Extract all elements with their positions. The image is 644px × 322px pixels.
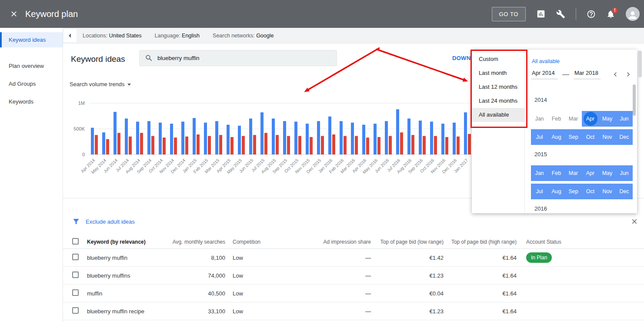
cell-avg-monthly-searches: 40,500 bbox=[161, 290, 225, 297]
notifications-bell-icon[interactable]: ! bbox=[606, 10, 615, 19]
preset-all-available[interactable]: All available bbox=[472, 108, 524, 122]
table-row-muffin: muffin40,500Low—€0.04€1.64 bbox=[63, 285, 644, 302]
calendar-month-2015-feb[interactable]: Feb bbox=[548, 165, 565, 181]
calendar-month-label: Apr bbox=[586, 170, 594, 176]
setting-locations[interactable]: Locations: United States bbox=[83, 33, 142, 39]
setting-language[interactable]: Language: English bbox=[155, 33, 200, 39]
in-plan-badge: In Plan bbox=[526, 252, 552, 263]
start-date-field[interactable]: Apr 2014 bbox=[531, 70, 558, 79]
header-keyword-by-relevance: Keyword (by relevance) bbox=[87, 239, 161, 245]
exclude-adult-ideas-link[interactable]: Exclude adult ideas bbox=[86, 218, 135, 225]
reports-icon[interactable] bbox=[536, 9, 546, 19]
header-checkbox[interactable] bbox=[72, 238, 79, 245]
calendar-month-label: May bbox=[602, 116, 613, 122]
calendar-month-2014-jul[interactable]: Jul bbox=[531, 129, 548, 145]
calendar-month-2014-dec[interactable]: Dec bbox=[616, 129, 633, 145]
calendar-month-2014-oct[interactable]: Oct bbox=[582, 129, 599, 145]
preset-last-12-months[interactable]: Last 12 months bbox=[472, 80, 524, 94]
selected-preset-label[interactable]: All available bbox=[532, 58, 633, 64]
cell-ad-impression-share: — bbox=[299, 290, 371, 297]
calendar-month-label: Sep bbox=[568, 188, 578, 195]
calendar-month-2015-oct[interactable]: Oct bbox=[582, 184, 599, 199]
collapse-back-icon[interactable] bbox=[63, 29, 77, 42]
row-checkbox[interactable] bbox=[72, 307, 79, 314]
cell-keyword: blueberry muffin bbox=[87, 255, 161, 261]
setting-value: United States bbox=[109, 33, 141, 39]
setting-label: Search networks: bbox=[213, 33, 256, 39]
cell-competition: Low bbox=[225, 272, 299, 279]
calendar-month-label: Jan bbox=[535, 116, 544, 122]
calendar-month-2014-jun[interactable]: Jun bbox=[616, 111, 633, 127]
calendar-month-2015-nov[interactable]: Nov bbox=[599, 184, 616, 199]
calendar-month-2015-dec[interactable]: Dec bbox=[616, 184, 633, 199]
calendar-month-2014-apr[interactable]: Apr bbox=[582, 111, 599, 127]
calendar-month-2014-feb[interactable]: Feb bbox=[548, 111, 565, 127]
row-checkbox-cell bbox=[72, 307, 87, 315]
end-date-field[interactable]: Mar 2018 bbox=[574, 70, 601, 79]
topbar-actions: GO TO ! bbox=[492, 7, 640, 21]
search-input[interactable] bbox=[157, 55, 331, 61]
page-title: Keyword ideas bbox=[71, 54, 125, 64]
calendar-month-2015-jun[interactable]: Jun bbox=[616, 165, 633, 181]
calendar-scrollbar[interactable] bbox=[633, 84, 636, 116]
calendar-month-label: Dec bbox=[619, 188, 629, 195]
date-range-popup: CustomLast monthLast 12 monthsLast 24 mo… bbox=[472, 50, 637, 213]
calendar-month-2015-sep[interactable]: Sep bbox=[565, 184, 582, 199]
row-checkbox[interactable] bbox=[72, 272, 79, 278]
preset-last-24-months[interactable]: Last 24 months bbox=[472, 94, 524, 108]
sidebar-item-plan-overview[interactable]: Plan overview bbox=[0, 57, 63, 75]
preset-last-month[interactable]: Last month bbox=[472, 66, 524, 80]
calendar-month-2015-aug[interactable]: Aug bbox=[548, 184, 565, 199]
tools-wrench-icon[interactable] bbox=[556, 10, 565, 19]
sidebar-item-keyword-ideas[interactable]: Keyword ideas bbox=[0, 32, 63, 47]
cell-bid-high: €1.64 bbox=[444, 290, 517, 297]
close-icon[interactable] bbox=[10, 10, 18, 18]
calendar-month-row: JulAugSepOctNovDec bbox=[531, 129, 633, 145]
avatar[interactable] bbox=[626, 7, 640, 21]
calendar-month-2014-aug[interactable]: Aug bbox=[548, 129, 565, 145]
sidebar-item-keywords[interactable]: Keywords bbox=[0, 93, 63, 111]
sidebar-item-ad-groups[interactable]: Ad Groups bbox=[0, 75, 63, 93]
row-checkbox[interactable] bbox=[72, 289, 79, 296]
cell-competition: Low bbox=[225, 290, 299, 297]
cell-keyword: blueberry muffin recipe bbox=[87, 308, 161, 315]
calendar-month-label: Jul bbox=[536, 188, 543, 195]
chevron-right-icon[interactable] bbox=[624, 70, 633, 79]
cell-bid-low: €1.23 bbox=[371, 272, 444, 279]
cell-avg-monthly-searches: 8,100 bbox=[161, 255, 225, 261]
page-scrollbar[interactable] bbox=[638, 50, 642, 77]
header-competition: Competition bbox=[225, 239, 299, 245]
setting-search-networks[interactable]: Search networks: Google bbox=[213, 33, 274, 39]
settings-list: Locations: United StatesLanguage: Englis… bbox=[83, 33, 274, 39]
calendar-month-2015-mar[interactable]: Mar bbox=[565, 165, 582, 181]
search-icon bbox=[145, 54, 153, 62]
calendar-month-label: Jun bbox=[620, 170, 628, 176]
settings-subheader: Locations: United StatesLanguage: Englis… bbox=[63, 28, 644, 44]
calendar-month-2015-may[interactable]: May bbox=[599, 165, 616, 181]
row-checkbox[interactable] bbox=[72, 254, 79, 260]
calendar-month-label: Dec bbox=[619, 134, 629, 140]
calendar-month-2014-may[interactable]: May bbox=[599, 111, 616, 127]
calendar-month-2015-jul[interactable]: Jul bbox=[531, 184, 548, 199]
calendar-month-2014-sep[interactable]: Sep bbox=[565, 129, 582, 145]
cell-avg-monthly-searches: 33,100 bbox=[161, 308, 225, 315]
cell-competition: Low bbox=[225, 255, 299, 261]
header-account-status: Account Status bbox=[517, 239, 644, 245]
trends-label: Search volume trends bbox=[70, 81, 124, 87]
calendar-month-2015-apr[interactable]: Apr bbox=[582, 165, 599, 181]
help-icon[interactable] bbox=[587, 10, 596, 19]
calendar-month-2015-jan[interactable]: Jan bbox=[531, 165, 548, 181]
cell-bid-low: €1.23 bbox=[371, 308, 444, 315]
header-top-of-page-bid-high-range: Top of page bid (high range) bbox=[444, 239, 517, 245]
calendar-month-2014-nov[interactable]: Nov bbox=[599, 129, 616, 145]
table-row-blueberry-muffin: blueberry muffin8,100Low—€1.42€1.64In Pl… bbox=[63, 249, 644, 267]
calendar-month-2014-jan[interactable]: Jan bbox=[531, 111, 548, 127]
go-to-button[interactable]: GO TO bbox=[492, 7, 526, 21]
search-volume-trends-dropdown[interactable]: Search volume trends bbox=[70, 81, 131, 87]
filter-row: Exclude adult ideas bbox=[72, 218, 135, 225]
preset-custom[interactable]: Custom bbox=[472, 52, 524, 66]
cell-bid-high: €1.64 bbox=[444, 308, 517, 315]
calendar-month-2014-mar[interactable]: Mar bbox=[565, 111, 582, 127]
chevron-left-icon[interactable] bbox=[611, 70, 620, 79]
close-ideas-icon[interactable] bbox=[631, 218, 638, 225]
